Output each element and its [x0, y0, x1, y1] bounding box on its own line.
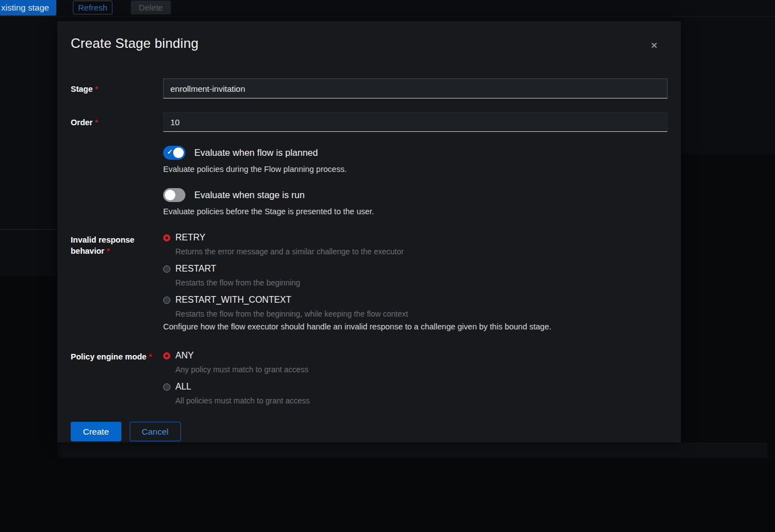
- all-label[interactable]: ALL: [175, 382, 191, 392]
- required-asterisk: *: [106, 247, 110, 255]
- radio-option-all: ALL All policies must match to grant acc…: [163, 382, 668, 406]
- evaluate-when-stage-run-toggle[interactable]: [163, 188, 185, 202]
- evaluate-when-flow-planned-label[interactable]: Evaluate when flow is planned: [194, 146, 318, 160]
- tab-bind-existing-stage[interactable]: xisting stage: [0, 0, 56, 16]
- form-row-order: Order* 10: [71, 112, 668, 132]
- restart-help: Restarts the flow from the beginning: [175, 278, 668, 288]
- form-row-policy-engine-mode: Policy engine mode* ANY Any policy must …: [71, 351, 668, 413]
- restart-label[interactable]: RESTART: [175, 264, 216, 274]
- order-input-value: 10: [170, 117, 180, 127]
- modal-actions: Create Cancel: [71, 422, 668, 441]
- evaluate-when-flow-planned-help: Evaluate policies during the Flow planni…: [163, 164, 668, 175]
- radio-option-retry: RETRY Returns the error message and a si…: [163, 233, 668, 257]
- refresh-button[interactable]: Refresh: [73, 1, 112, 14]
- stage-label: Stage*: [71, 78, 163, 98]
- tab-label: xisting stage: [1, 3, 49, 13]
- toggle-knob: [165, 190, 175, 200]
- order-label: Order*: [71, 112, 163, 132]
- evaluate-when-stage-run-label[interactable]: Evaluate when stage is run: [194, 188, 305, 202]
- radio-option-restart: RESTART Restarts the flow from the begin…: [163, 264, 668, 288]
- create-button[interactable]: Create: [71, 422, 121, 441]
- stage-select[interactable]: enrollment-invitation: [163, 78, 668, 98]
- form-row-stage: Stage* enrollment-invitation: [71, 78, 668, 98]
- delete-button[interactable]: Delete: [131, 1, 171, 14]
- restart-with-context-label[interactable]: RESTART_WITH_CONTEXT: [175, 295, 291, 305]
- radio-option-any: ANY Any policy must match to grant acces…: [163, 351, 668, 375]
- form-row-invalid-response: Invalid response behavior* RETRY Returns…: [71, 233, 668, 332]
- top-nav-divider: [0, 16, 775, 17]
- retry-label[interactable]: RETRY: [175, 233, 205, 243]
- required-asterisk: *: [95, 85, 99, 93]
- order-input[interactable]: 10: [163, 112, 668, 132]
- any-label[interactable]: ANY: [175, 351, 194, 361]
- any-help: Any policy must match to grant access: [175, 364, 668, 375]
- evaluate-when-stage-run-help: Evaluate policies before the Stage is pr…: [163, 206, 668, 217]
- stage-select-value: enrollment-invitation: [170, 84, 245, 93]
- background-strip: [61, 442, 767, 458]
- close-icon[interactable]: ✕: [649, 40, 660, 51]
- form-row-evaluate-planned: ✓ Evaluate when flow is planned Evaluate…: [71, 146, 668, 175]
- all-help: All policies must match to grant access: [175, 396, 668, 406]
- background-panel-bottom: [0, 458, 775, 532]
- required-asterisk: *: [149, 352, 152, 361]
- restart-radio[interactable]: [163, 265, 170, 273]
- radio-option-restart-with-context: RESTART_WITH_CONTEXT Restarts the flow f…: [163, 295, 668, 319]
- restart-with-context-radio[interactable]: [163, 297, 170, 304]
- restart-with-context-help: Restarts the flow from the beginning, wh…: [175, 309, 668, 319]
- stage-binding-form: Stage* enrollment-invitation Order* 10: [71, 78, 668, 441]
- create-stage-binding-modal: Create Stage binding ✕ Stage* enrollment…: [57, 21, 681, 442]
- any-radio[interactable]: [163, 352, 170, 359]
- check-icon: ✓: [167, 148, 173, 156]
- modal-title: Create Stage binding: [71, 36, 668, 51]
- invalid-response-group-help: Configure how the flow executor should h…: [163, 322, 668, 332]
- evaluate-when-flow-planned-toggle[interactable]: ✓: [163, 146, 185, 160]
- retry-radio[interactable]: [163, 234, 170, 242]
- retry-help: Returns the error message and a similar …: [175, 247, 668, 257]
- invalid-response-label: Invalid response behavior*: [71, 233, 163, 332]
- cancel-button[interactable]: Cancel: [130, 422, 181, 441]
- required-asterisk: *: [95, 118, 99, 127]
- toggle-knob: [173, 147, 184, 158]
- form-row-evaluate-run: Evaluate when stage is run Evaluate poli…: [71, 188, 668, 217]
- policy-engine-mode-label: Policy engine mode*: [71, 351, 163, 413]
- all-radio[interactable]: [163, 383, 170, 391]
